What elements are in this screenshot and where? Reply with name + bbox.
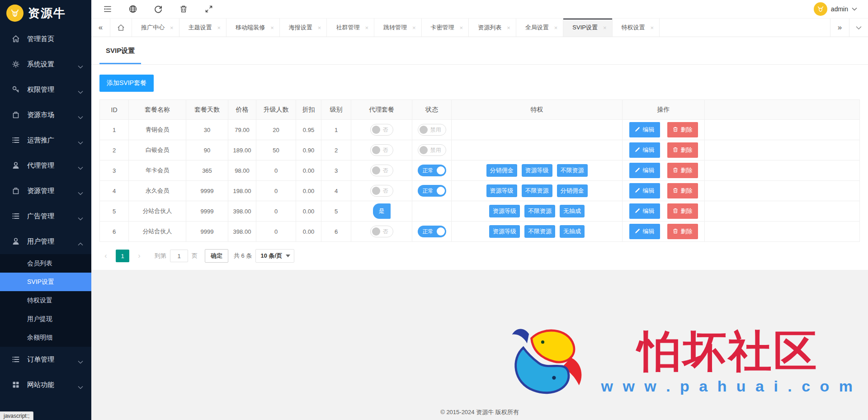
tabs-more[interactable] <box>849 19 868 37</box>
toggle-off[interactable]: 否 <box>370 185 393 197</box>
sidebar-subitem-balance-detail[interactable]: 余额明细 <box>0 328 91 347</box>
fullscreen-icon[interactable] <box>204 5 213 14</box>
toggle-off[interactable]: 禁用 <box>418 144 446 156</box>
toggle-off[interactable]: 否 <box>370 124 393 136</box>
toggle-off[interactable]: 否 <box>370 226 393 237</box>
sidebar-item-operation[interactable]: 运营推广 <box>0 127 91 153</box>
page-number-button[interactable]: 1 <box>116 250 129 262</box>
privilege-badge: 分销佣金 <box>557 184 588 197</box>
sidebar-item-dashboard[interactable]: 管理首页 <box>0 26 91 52</box>
sidebar-subitem-privilege-settings[interactable]: 特权设置 <box>0 291 91 310</box>
refresh-icon[interactable] <box>154 5 163 14</box>
collapse-icon[interactable] <box>103 5 112 14</box>
card-tab-strip: SVIP设置 <box>91 37 868 65</box>
tab-10[interactable]: 特权设置× <box>613 19 660 37</box>
page-title[interactable]: SVIP设置 <box>99 37 141 64</box>
page-size-value: 10 条/页 <box>260 252 282 260</box>
delete-button[interactable]: 删除 <box>667 203 698 219</box>
pagination: ‹ 1 › 到第 页 确定 共 6 条 10 条/页 <box>99 249 860 263</box>
tab-6[interactable]: 卡密管理× <box>422 19 469 37</box>
cell-status: 正常 <box>412 222 452 242</box>
person-icon <box>12 161 20 170</box>
toggle-off[interactable]: 禁用 <box>418 124 446 136</box>
cell-level: 2 <box>321 140 351 160</box>
cell-discount: 0.90 <box>296 140 321 160</box>
edit-button[interactable]: 编辑 <box>629 142 660 158</box>
edit-button[interactable]: 编辑 <box>629 203 660 219</box>
goto-page-input[interactable] <box>170 250 188 262</box>
logo-bull-icon <box>6 5 24 22</box>
goto-confirm-button[interactable]: 确定 <box>205 249 228 263</box>
close-icon[interactable]: × <box>507 24 510 31</box>
edit-button[interactable]: 编辑 <box>629 163 660 178</box>
column-header: 套餐天数 <box>186 100 228 120</box>
topbar: admin <box>91 0 868 18</box>
sidebar-item-site[interactable]: 网站功能 <box>0 372 91 397</box>
user-area[interactable]: admin <box>814 2 857 16</box>
sidebar-item-ad[interactable]: 广告管理 <box>0 203 91 229</box>
delete-button[interactable]: 删除 <box>667 163 698 178</box>
delete-button[interactable]: 删除 <box>667 122 698 137</box>
close-icon[interactable]: × <box>554 24 558 31</box>
status-toggle-on[interactable]: 正常 <box>418 226 446 237</box>
cell-upgrade: 20 <box>256 120 296 140</box>
logo[interactable]: 资源牛 <box>0 0 91 26</box>
tab-3[interactable]: 海报设置× <box>280 19 327 37</box>
page-size-select[interactable]: 10 条/页 <box>255 249 294 263</box>
cell-empty <box>705 201 860 222</box>
table-row: 3年卡会员36598.0000.003否正常分销佣金资源等级不限资源编辑删除 <box>100 160 860 181</box>
close-icon[interactable]: × <box>270 24 274 31</box>
prev-page-button[interactable]: ‹ <box>99 250 112 262</box>
close-icon[interactable]: × <box>603 24 607 31</box>
delete-button[interactable]: 删除 <box>667 183 698 198</box>
close-icon[interactable]: × <box>365 24 368 31</box>
trash-icon[interactable] <box>179 5 188 14</box>
tab-4[interactable]: 社群管理× <box>327 19 374 37</box>
table-header-row: ID套餐名称套餐天数价格升级人数折扣级别代理套餐状态特权操作 <box>100 100 860 120</box>
close-icon[interactable]: × <box>217 24 221 31</box>
sidebar-item-resource-market[interactable]: 资源市场 <box>0 102 91 127</box>
tab-0[interactable]: 推广中心× <box>132 19 179 37</box>
home-tab[interactable] <box>110 19 132 37</box>
edit-button[interactable]: 编辑 <box>629 122 660 137</box>
sidebar-subitem-member-list[interactable]: 会员列表 <box>0 254 91 273</box>
sidebar-item-order[interactable]: 订单管理 <box>0 347 91 372</box>
globe-icon[interactable] <box>128 5 137 14</box>
pencil-icon <box>635 167 640 174</box>
close-icon[interactable]: × <box>460 24 463 31</box>
tabs-scroll-left[interactable]: « <box>91 19 110 37</box>
cell-agent: 是 <box>351 201 412 222</box>
close-icon[interactable]: × <box>318 24 321 31</box>
delete-button[interactable]: 删除 <box>667 142 698 158</box>
cell-price: 398.00 <box>228 222 256 242</box>
close-icon[interactable]: × <box>412 24 416 31</box>
status-toggle-on[interactable]: 正常 <box>418 185 446 197</box>
sidebar-item-agent[interactable]: 代理管理 <box>0 153 91 178</box>
tab-label: 跳转管理 <box>383 24 407 32</box>
sidebar-item-permission[interactable]: 权限管理 <box>0 77 91 102</box>
table-row: 4永久会员9999198.0000.004否正常资源等级不限资源分销佣金编辑删除 <box>100 181 860 201</box>
edit-button[interactable]: 编辑 <box>629 183 660 198</box>
add-svip-button[interactable]: 添加SVIP套餐 <box>99 75 154 92</box>
tab-5[interactable]: 跳转管理× <box>374 19 422 37</box>
sidebar-subitem-svip-settings[interactable]: SVIP设置 <box>0 273 91 291</box>
sidebar-item-resource[interactable]: 资源管理 <box>0 178 91 203</box>
chevron-down-icon <box>78 383 83 387</box>
status-toggle-on[interactable]: 正常 <box>418 165 446 176</box>
next-page-button[interactable]: › <box>133 250 146 262</box>
tab-7[interactable]: 资源列表× <box>469 19 516 37</box>
edit-button[interactable]: 编辑 <box>629 224 660 239</box>
tab-9[interactable]: SVIP设置× <box>563 19 612 37</box>
tabs-scroll-right[interactable]: » <box>830 19 849 37</box>
toggle-off[interactable]: 否 <box>370 165 393 176</box>
close-icon[interactable]: × <box>170 24 174 31</box>
sidebar-item-system[interactable]: 系统设置 <box>0 52 91 77</box>
tab-8[interactable]: 全局设置× <box>516 19 564 37</box>
close-icon[interactable]: × <box>651 24 654 31</box>
delete-button[interactable]: 删除 <box>667 224 698 239</box>
tab-1[interactable]: 主题设置× <box>179 19 227 37</box>
sidebar-item-user[interactable]: 用户管理 <box>0 229 91 254</box>
toggle-off[interactable]: 否 <box>370 144 393 156</box>
sidebar-subitem-user-withdraw[interactable]: 用户提现 <box>0 310 91 328</box>
tab-2[interactable]: 移动端装修× <box>226 19 280 37</box>
